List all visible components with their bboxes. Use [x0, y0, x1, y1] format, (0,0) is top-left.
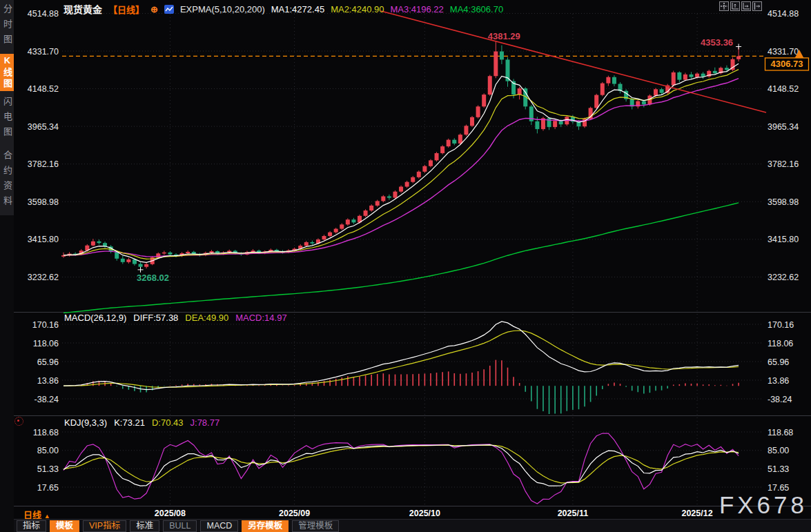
price-tick-right: 3965.34	[768, 122, 799, 132]
scale-vertical-icon[interactable]	[730, 1, 740, 11]
price-tick-left: 3232.62	[28, 273, 59, 282]
chart-canvas[interactable]: 4514.884514.884331.704331.704148.524148.…	[0, 0, 811, 532]
expand-pane-icon[interactable]	[752, 1, 762, 11]
tab-bull[interactable]: BULL	[163, 520, 197, 532]
macd-tick-left: 170.16	[32, 320, 59, 330]
macd-tick-left: 13.86	[37, 376, 59, 386]
chart-button-group	[719, 1, 762, 11]
macd-tick-left: 118.06	[33, 339, 59, 348]
price-tick-right: 3232.62	[768, 273, 799, 282]
ema5-line	[63, 63, 739, 262]
d-line	[63, 445, 739, 483]
kdj-tick-left: 85.00	[37, 446, 59, 455]
price-tick-left: 4148.52	[28, 84, 59, 94]
kdj-tick-left: 17.65	[37, 483, 59, 493]
price-tick-right: 3782.16	[768, 159, 799, 169]
kdj-tick-right: 85.00	[768, 446, 789, 455]
scale-horizontal-icon[interactable]	[741, 1, 751, 11]
kdj-tick-right: 51.33	[768, 464, 789, 474]
price-annotation: 4381.29	[488, 31, 520, 41]
tab-save-template[interactable]: 另存模板	[242, 520, 289, 532]
macd-tick-left: -38.24	[35, 395, 59, 404]
price-tick-right: 3415.80	[768, 235, 799, 244]
kdj-tick-left: 51.33	[37, 464, 59, 474]
date-label: 2025/12	[681, 509, 712, 518]
pan-icon[interactable]	[719, 1, 729, 11]
date-label: 2025/09	[279, 509, 310, 518]
sidebar-item-flash-chart[interactable]: 闪电图	[0, 95, 14, 144]
kdj-tick-right: 118.68	[768, 428, 793, 437]
price-extreme-marker	[736, 44, 741, 50]
bottom-toolbar: 指标 模板 VIP指标 标准 BULL MACD 另存模板 管理模板	[14, 519, 811, 532]
k-line	[63, 445, 739, 486]
price-tick-left: 3965.34	[28, 122, 59, 132]
macd-tick-left: 65.96	[37, 357, 59, 367]
price-tick-left: 3598.98	[28, 197, 59, 207]
ema20-line	[63, 79, 739, 257]
price-tick-right: 4514.88	[768, 9, 799, 19]
price-tick-right: 4148.52	[768, 84, 799, 94]
macd-layer	[63, 322, 739, 414]
tab-macd[interactable]: MACD	[200, 520, 238, 532]
price-tick-right: 4331.70	[768, 47, 799, 57]
macd-tick-right: 65.96	[768, 357, 789, 367]
tab-manage-template[interactable]: 管理模板	[292, 520, 339, 532]
date-label: 2025/08	[155, 509, 186, 518]
sidebar: 分时图 K线图 闪电图 合约资料	[0, 0, 14, 532]
price-extreme-marker	[138, 267, 144, 273]
kline-chart-window: 4514.884514.884331.704331.704148.524148.…	[0, 0, 811, 532]
price-annotation: 3268.02	[137, 273, 169, 283]
kdj-tick-left: 118.68	[33, 428, 59, 437]
date-label: 2025/10	[409, 509, 440, 518]
tab-templates[interactable]: 模板	[50, 520, 79, 532]
tab-standard[interactable]: 标准	[130, 520, 159, 532]
trendline[interactable]	[381, 11, 766, 112]
price-tick-left: 3415.80	[28, 235, 59, 244]
price-annotation: 4353.36	[701, 37, 733, 48]
tab-indicators[interactable]: 指标	[17, 520, 46, 532]
add-indicator-icon[interactable]: ⊕	[150, 4, 158, 14]
sidebar-item-kline-chart[interactable]: K线图	[0, 54, 14, 91]
tab-vip-indicators[interactable]: VIP指标	[83, 520, 126, 532]
ema200-line	[63, 203, 739, 313]
kdj-tick-right: 17.65	[768, 483, 789, 493]
date-label: 2025/11	[558, 509, 589, 518]
price-tick-left: 4331.70	[28, 47, 59, 57]
candles-layer	[61, 41, 741, 270]
sidebar-item-contract-info[interactable]: 合约资料	[0, 149, 14, 213]
price-tick-left: 4514.88	[28, 9, 59, 19]
macd-tick-right: 170.16	[768, 320, 794, 330]
current-price-label: 4306.73	[771, 59, 803, 69]
price-tick-left: 3782.16	[28, 159, 59, 169]
sidebar-item-timeline-chart[interactable]: 分时图	[0, 3, 14, 51]
price-tick-right: 3598.98	[768, 197, 799, 207]
macd-tick-right: 118.06	[768, 339, 793, 348]
pane-marker-icon[interactable]	[14, 417, 23, 426]
macd-tick-right: 13.86	[768, 376, 789, 386]
macd-tick-right: -38.24	[768, 395, 792, 404]
